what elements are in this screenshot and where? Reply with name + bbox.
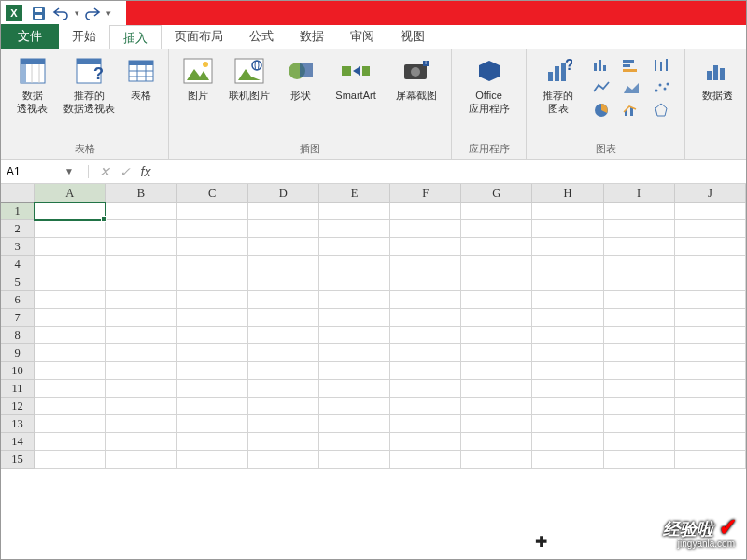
cell-C10[interactable] [177,362,248,380]
cell-B7[interactable] [106,309,176,327]
cell-E9[interactable] [319,344,390,362]
tab-formulas[interactable]: 公式 [236,24,287,49]
chart-area-button[interactable] [617,77,645,98]
name-box-input[interactable] [1,165,63,178]
cell-G15[interactable] [461,451,532,469]
cell-C12[interactable] [177,398,248,415]
cell-C11[interactable] [177,380,248,398]
chart-bar-button[interactable] [617,55,645,76]
tab-data[interactable]: 数据 [287,24,337,49]
cell-A1[interactable] [35,203,106,220]
column-header-J[interactable]: J [675,184,746,203]
cell-E8[interactable] [319,327,390,344]
column-header-A[interactable]: A [35,184,106,203]
cell-B9[interactable] [106,344,176,362]
cell-D14[interactable] [248,433,319,451]
column-header-D[interactable]: D [248,184,319,203]
cell-I9[interactable] [604,344,675,362]
screenshot-button[interactable]: + 屏幕截图 [388,53,445,102]
cell-A7[interactable] [35,309,106,327]
cell-A13[interactable] [35,415,106,433]
cell-J4[interactable] [675,256,746,273]
cell-I4[interactable] [604,256,675,273]
row-header-6[interactable]: 6 [1,291,35,309]
cell-J15[interactable] [675,451,746,469]
cell-D4[interactable] [248,256,319,273]
cell-F2[interactable] [390,220,461,238]
cell-H1[interactable] [532,203,603,220]
cell-I12[interactable] [604,398,675,415]
tab-pagelayout[interactable]: 页面布局 [162,24,236,49]
cell-E7[interactable] [319,309,390,327]
cell-B3[interactable] [106,238,176,256]
cell-H10[interactable] [532,362,603,380]
column-header-C[interactable]: C [177,184,248,203]
cell-B15[interactable] [106,451,176,469]
cell-D12[interactable] [248,398,319,415]
cell-F9[interactable] [390,344,461,362]
cell-B4[interactable] [106,256,176,273]
cell-I7[interactable] [604,309,675,327]
cell-B14[interactable] [106,433,176,451]
qat-customize[interactable]: ⋮ [113,8,126,18]
cell-F1[interactable] [390,203,461,220]
cell-D15[interactable] [248,451,319,469]
cell-C3[interactable] [177,238,248,256]
cell-E12[interactable] [319,398,390,415]
cell-G13[interactable] [461,415,532,433]
cell-H3[interactable] [532,238,603,256]
cell-F3[interactable] [390,238,461,256]
cell-J1[interactable] [675,203,746,220]
cell-G5[interactable] [461,273,532,291]
formula-input[interactable] [162,165,746,178]
cell-J7[interactable] [675,309,746,327]
cell-C6[interactable] [177,291,248,309]
select-all-corner[interactable] [1,184,35,203]
cell-B5[interactable] [106,273,176,291]
cell-H15[interactable] [532,451,603,469]
column-header-I[interactable]: I [604,184,675,203]
column-header-G[interactable]: G [461,184,532,203]
row-header-11[interactable]: 11 [1,380,35,398]
cell-E1[interactable] [319,203,390,220]
table-button[interactable]: 表格 [120,53,162,102]
cell-E4[interactable] [319,256,390,273]
fx-button[interactable]: fx [135,164,156,179]
cell-B11[interactable] [106,380,176,398]
name-box-dropdown[interactable]: ▼ [63,166,76,176]
tab-home[interactable]: 开始 [59,24,109,49]
cell-J9[interactable] [675,344,746,362]
cell-J14[interactable] [675,433,746,451]
chart-scatter-button[interactable] [647,77,675,98]
cell-H4[interactable] [532,256,603,273]
cell-J10[interactable] [675,362,746,380]
row-header-10[interactable]: 10 [1,362,35,380]
cell-G9[interactable] [461,344,532,362]
column-header-B[interactable]: B [106,184,176,203]
row-header-2[interactable]: 2 [1,220,35,238]
cell-F5[interactable] [390,273,461,291]
cell-A5[interactable] [35,273,106,291]
cell-E14[interactable] [319,433,390,451]
cell-G4[interactable] [461,256,532,273]
cell-E3[interactable] [319,238,390,256]
cell-A6[interactable] [35,291,106,309]
cell-H13[interactable] [532,415,603,433]
cell-D8[interactable] [248,327,319,344]
cell-I8[interactable] [604,327,675,344]
redo-dropdown[interactable]: ▾ [104,8,113,18]
cell-I3[interactable] [604,238,675,256]
cell-C7[interactable] [177,309,248,327]
row-header-13[interactable]: 13 [1,415,35,433]
cell-I10[interactable] [604,362,675,380]
cell-B2[interactable] [106,220,176,238]
tab-file[interactable]: 文件 [1,24,59,49]
row-header-14[interactable]: 14 [1,433,35,451]
cell-G2[interactable] [461,220,532,238]
cell-H7[interactable] [532,309,603,327]
cell-J5[interactable] [675,273,746,291]
cell-A11[interactable] [35,380,106,398]
cell-D2[interactable] [248,220,319,238]
cell-I2[interactable] [604,220,675,238]
cell-A3[interactable] [35,238,106,256]
